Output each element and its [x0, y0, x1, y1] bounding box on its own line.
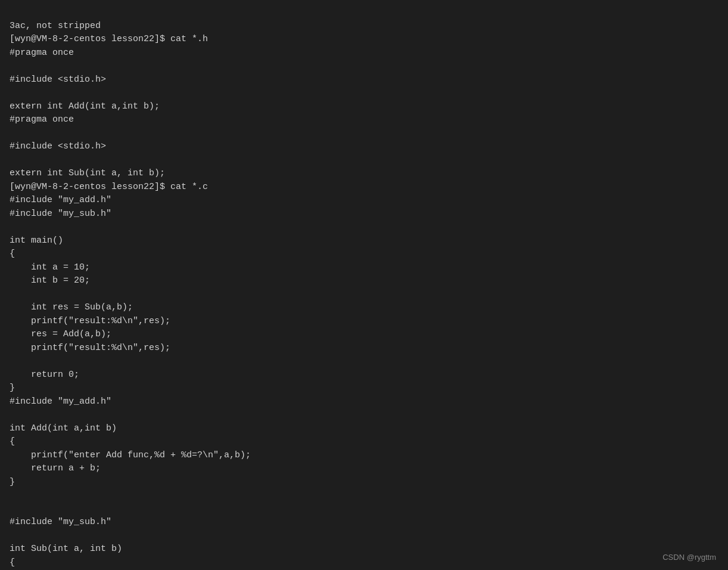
terminal-line: printf("result:%d\n",res);	[10, 342, 718, 355]
terminal-line	[10, 221, 718, 234]
terminal-line	[10, 60, 718, 73]
terminal-line: #pragma once	[10, 113, 718, 127]
terminal-line: #include "my_sub.h"	[10, 207, 718, 221]
terminal-line: #pragma once	[10, 47, 718, 60]
terminal-line: int main()	[10, 234, 718, 248]
terminal-line: int b = 20;	[10, 274, 718, 288]
terminal-line: }	[10, 382, 718, 395]
terminal-line	[10, 408, 718, 422]
terminal-line: return a + b;	[10, 462, 718, 476]
terminal-line: int Add(int a,int b)	[10, 422, 718, 436]
terminal-line: {	[10, 556, 718, 570]
terminal-line	[10, 288, 718, 302]
terminal-line: #include "my_add.h"	[10, 194, 718, 207]
terminal-line: printf("enter Add func,%d + %d=?\n",a,b)…	[10, 449, 718, 463]
terminal-line: #include "my_add.h"	[10, 395, 718, 409]
terminal-line: extern int Add(int a,int b);	[10, 100, 718, 114]
terminal-line: 3ac, not stripped	[10, 20, 718, 33]
terminal-line	[10, 86, 718, 100]
terminal-line: return 0;	[10, 368, 718, 382]
terminal-line	[10, 489, 718, 503]
terminal-line: [wyn@VM-8-2-centos lesson22]$ cat *.h	[10, 33, 718, 47]
terminal-line	[10, 154, 718, 168]
terminal-line: int Sub(int a, int b)	[10, 543, 718, 556]
terminal-line: }	[10, 476, 718, 490]
terminal-output: 3ac, not stripped[wyn@VM-8-2-centos less…	[10, 6, 718, 570]
terminal-line: #include <stdio.h>	[10, 140, 718, 154]
terminal-line: [wyn@VM-8-2-centos lesson22]$ cat *.c	[10, 181, 718, 194]
terminal-line: {	[10, 435, 718, 449]
terminal-line	[10, 529, 718, 543]
terminal-line	[10, 355, 718, 368]
terminal-line: int a = 10;	[10, 261, 718, 275]
terminal-line: #include "my_sub.h"	[10, 516, 718, 529]
terminal-line: extern int Sub(int a, int b);	[10, 167, 718, 181]
watermark-label: CSDN @rygttm	[662, 552, 716, 563]
terminal-line: int res = Sub(a,b);	[10, 301, 718, 315]
terminal-line: {	[10, 247, 718, 261]
terminal-line	[10, 127, 718, 141]
terminal-line: printf("result:%d\n",res);	[10, 315, 718, 329]
terminal-line	[10, 503, 718, 516]
terminal-line: #include <stdio.h>	[10, 73, 718, 87]
terminal-line: res = Add(a,b);	[10, 328, 718, 342]
